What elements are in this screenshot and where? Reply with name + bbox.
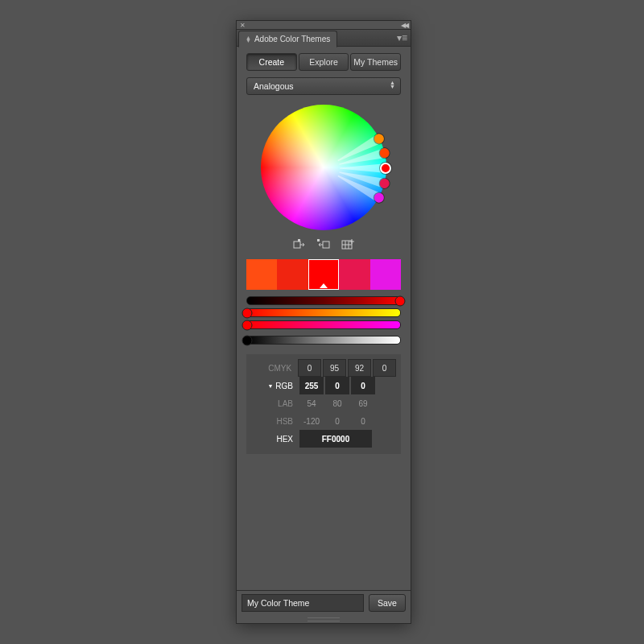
row-rgb: ▼RGB 255 0 0 [251,377,396,394]
mode-tabs: Create Explore My Themes [243,53,404,71]
slider-blue[interactable] [246,320,401,329]
swatch[interactable] [339,259,369,290]
hsb-s[interactable]: 0 [325,412,349,430]
panel-footer: My Color Theme Save [237,590,411,615]
slider-red[interactable] [246,296,401,305]
tab-my-themes[interactable]: My Themes [350,53,401,71]
hsb-b[interactable]: 0 [351,412,375,430]
lab-b[interactable]: 69 [351,394,375,412]
color-themes-panel: ✕ ◀◀ ▲▼ Adobe Color Themes ▾≡ Create Exp… [237,21,411,623]
lab-a[interactable]: 80 [325,394,349,412]
lab-l[interactable]: 54 [299,394,324,412]
row-hsb: HSB -120 0 0 [251,412,396,430]
row-cmyk: CMYK 0 95 92 0 [251,359,396,377]
set-color-from-active-icon[interactable] [316,238,331,251]
channel-sliders [246,296,401,345]
cmyk-c[interactable]: 0 [298,359,321,377]
label-hsb[interactable]: HSB [251,417,298,426]
swatch[interactable] [277,259,308,290]
triangle-down-icon: ▼ [267,383,273,389]
swatch[interactable] [370,259,401,290]
label-hex[interactable]: HEX [251,435,298,444]
svg-rect-3 [317,239,320,242]
harmony-rule-value: Analogous [254,81,294,91]
panel-titlebar: ✕ ◀◀ [237,21,411,30]
collapse-icon[interactable]: ◀◀ [401,22,407,29]
svg-rect-0 [294,242,300,248]
theme-swatches [246,259,401,290]
harmony-rule-dropdown[interactable]: Analogous ▲▼ [246,77,401,95]
rgb-r[interactable]: 255 [299,377,324,394]
wheel-action-row [292,238,355,251]
swatch[interactable] [308,259,339,290]
hex-value[interactable]: FF0000 [299,430,372,448]
color-values-panel: CMYK 0 95 92 0 ▼RGB 255 0 0 LAB 54 80 69… [246,354,401,454]
panel-tab-strip: ▲▼ Adobe Color Themes ▾≡ [237,30,411,47]
theme-name-input[interactable]: My Color Theme [242,594,364,612]
panel-title: Adobe Color Themes [254,35,330,43]
row-lab: LAB 54 80 69 [251,394,396,412]
add-to-swatches-icon[interactable] [341,238,355,251]
cmyk-m[interactable]: 95 [323,359,346,377]
rgb-g[interactable]: 0 [325,377,349,394]
swatch[interactable] [246,259,277,290]
panel-tab[interactable]: ▲▼ Adobe Color Themes [238,31,337,47]
panel-menu-icon[interactable]: ▾≡ [397,30,407,46]
cmyk-k[interactable]: 0 [373,359,396,377]
label-rgb[interactable]: ▼RGB [251,382,298,390]
set-active-from-color-icon[interactable] [292,238,307,251]
row-hex: HEX FF0000 [251,430,396,448]
resize-grip[interactable] [237,615,411,623]
save-button[interactable]: Save [369,594,406,612]
slider-brightness[interactable] [246,336,401,345]
svg-rect-1 [298,239,300,242]
cmyk-y[interactable]: 92 [348,359,371,377]
close-icon[interactable]: ✕ [240,22,246,29]
color-wheel-area [243,101,404,251]
label-lab[interactable]: LAB [251,399,298,408]
hsb-h[interactable]: -120 [299,412,324,430]
updown-icon: ▲▼ [246,36,251,43]
rgb-b[interactable]: 0 [351,377,375,394]
panel-body: Create Explore My Themes Analogous ▲▼ [237,47,411,592]
label-cmyk[interactable]: CMYK [251,364,296,373]
chevron-updown-icon: ▲▼ [390,80,395,89]
svg-rect-2 [323,242,329,248]
wheel-marker[interactable] [324,167,386,169]
tab-explore[interactable]: Explore [299,53,349,71]
color-wheel[interactable] [261,105,386,230]
tab-create[interactable]: Create [246,53,297,71]
slider-green[interactable] [246,308,401,317]
